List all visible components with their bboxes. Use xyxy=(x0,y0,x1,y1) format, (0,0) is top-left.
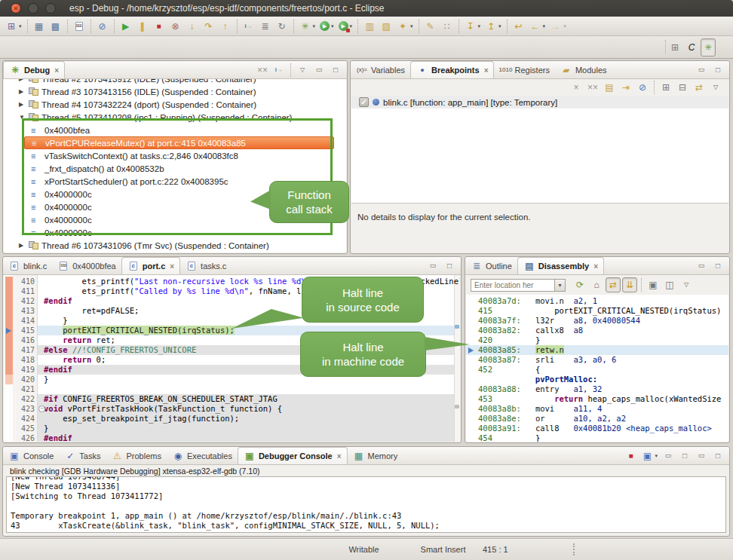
skip-all-breakpoints-button[interactable]: ⊘ xyxy=(95,18,110,35)
debug-as-button[interactable]: ✳▾ xyxy=(298,18,317,35)
tab-problems[interactable]: ⚠Problems xyxy=(106,447,166,464)
step-return-button[interactable]: ↑ xyxy=(218,18,233,35)
remove-all-button[interactable]: ×× xyxy=(585,79,600,96)
back-button[interactable]: ←▾ xyxy=(528,18,547,35)
disasm-line[interactable]: 40083a85: retw.n xyxy=(466,345,728,355)
disasm-line[interactable]: pvPortMalloc: xyxy=(466,375,728,384)
follow-pc-button[interactable]: ⇊ xyxy=(622,277,637,292)
line-number[interactable]: 424 xyxy=(15,414,38,424)
terminate-red-button[interactable]: ■ xyxy=(623,448,638,464)
disasm-line[interactable]: 40083a8e: or a10, a2, a2 xyxy=(466,414,728,424)
line-number[interactable]: 416 xyxy=(15,335,38,345)
expand-arrow-icon[interactable]: ▶ xyxy=(19,101,29,108)
debug-thread-row[interactable]: ▶Thread #3 1073413156 (IDLE) (Suspended … xyxy=(4,85,346,98)
new-wizard-dropdown-icon[interactable]: ▾ xyxy=(19,23,22,29)
code-line[interactable]: 416 return ret; xyxy=(4,335,454,345)
window-close-button[interactable]: × xyxy=(11,3,21,14)
back-dropdown-icon[interactable]: ▾ xyxy=(543,23,546,29)
instruction-stepping-button[interactable]: i→ xyxy=(241,18,256,35)
minimize-button[interactable]: ▭ xyxy=(694,448,709,464)
mark-occurrences-button[interactable]: ✎ xyxy=(423,18,438,35)
code-line[interactable]: 415 portEXIT_CRITICAL_NESTED(irqStatus); xyxy=(4,326,454,335)
line-number[interactable]: 418 xyxy=(15,355,38,365)
use-step-filters-button[interactable]: ≣ xyxy=(258,18,273,35)
open-perspective-button[interactable]: ⊞ xyxy=(667,38,682,57)
location-input[interactable]: Enter location her xyxy=(471,279,555,292)
tab-memory[interactable]: ▦Memory xyxy=(348,447,403,464)
disasm-line[interactable]: 40083a7f: l32r a8, 0x40080544 xyxy=(466,316,728,326)
new-wizard-button[interactable]: ⊞▾ xyxy=(4,18,23,35)
open-new-view-button[interactable]: ▣ xyxy=(646,277,661,292)
expand-arrow-icon[interactable]: ▶ xyxy=(19,242,29,249)
code-line[interactable]: 422#if CONFIG_FREERTOS_BREAK_ON_SCHEDULE… xyxy=(4,394,454,404)
code-line[interactable]: 412#endif xyxy=(4,296,454,306)
code-line[interactable]: 414 } xyxy=(4,316,454,326)
new-project-button[interactable]: ▥ xyxy=(362,18,377,35)
source-editor[interactable]: 410 ets_printf("Last non-recursive lock … xyxy=(4,275,460,442)
disasm-line[interactable]: 40083a8b: movi a11, 4 xyxy=(466,404,728,414)
line-number[interactable]: 415 xyxy=(15,326,38,335)
tab-disassembly[interactable]: ▤Disassembly× xyxy=(517,257,604,274)
remove-all-terminated-button[interactable]: ×× xyxy=(255,63,270,78)
code-line[interactable]: 421 xyxy=(4,384,454,394)
debug-thread-row[interactable]: ▶Thread #2 1073413912 (IDLE) (Suspended … xyxy=(4,79,346,85)
save-all-button[interactable]: ▩ xyxy=(48,18,63,35)
resume-button[interactable]: ▶ xyxy=(118,18,133,35)
tab-blink-c[interactable]: cblink.c xyxy=(3,257,52,274)
line-number[interactable]: 421 xyxy=(15,384,38,394)
maximize-button[interactable]: □ xyxy=(710,63,725,78)
minimize-button[interactable]: ▭ xyxy=(661,448,676,464)
tab-outline[interactable]: ≣Outline xyxy=(465,257,517,274)
code-line[interactable]: 410 ets_printf("Last non-recursive lock … xyxy=(4,277,454,286)
home-button[interactable]: ⌂ xyxy=(589,277,604,292)
maximize-button[interactable]: □ xyxy=(677,448,692,464)
last-edit-location-button[interactable]: ↩ xyxy=(511,18,526,35)
disasm-line[interactable]: 453 return heap_caps_malloc(xWantedSize xyxy=(466,394,728,404)
maximize-button[interactable]: □ xyxy=(710,259,725,274)
line-number[interactable]: 419 xyxy=(15,365,38,375)
external-tools-dropdown-icon[interactable]: ▾ xyxy=(350,23,353,29)
expand-arrow-icon[interactable]: ▶ xyxy=(19,79,29,82)
tab-0x4000bfea[interactable]: 0100x4000bfea xyxy=(52,257,121,274)
code-line[interactable]: 411 ets_printf("Called by %s line %d\n",… xyxy=(4,286,454,296)
disasm-line[interactable]: 40083a7d: movi.n a2, 1 xyxy=(466,296,728,306)
tab-modules[interactable]: ▰Modules xyxy=(555,61,612,78)
location-dropdown-icon[interactable]: ▼ xyxy=(555,279,566,292)
run-as-button[interactable]: ▶▾ xyxy=(318,18,336,35)
display-console-button[interactable]: ▣▾ xyxy=(639,448,659,464)
stack-frame-row[interactable]: ≡vPortCPUReleaseMutex() at port.c:415 0x… xyxy=(24,136,334,149)
breakpoint-row[interactable]: ✓ blink.c [function: app_main] [type: Te… xyxy=(351,96,728,109)
code-line[interactable]: 417#else //!CONFIG_FREERTOS_UNICORE xyxy=(4,345,454,355)
skip-all-breakpoints-button[interactable]: ⊘ xyxy=(635,79,650,96)
stack-frame-row[interactable]: ≡xPortStartScheduler() at port.c:222 0x4… xyxy=(4,175,346,188)
code-line[interactable]: 423void vPortFirstTaskHook(TaskFunction_… xyxy=(4,404,454,414)
next-annotation-dropdown-icon[interactable]: ▾ xyxy=(478,23,481,29)
minimize-button[interactable]: ▭ xyxy=(311,63,327,78)
disasm-line[interactable]: 40083a87: srli a3, a0, 6 xyxy=(466,355,728,365)
stack-frame-row[interactable]: ≡0x4000bfea xyxy=(4,124,346,136)
code-line[interactable]: 420} xyxy=(4,375,454,384)
close-tab-icon[interactable]: × xyxy=(484,66,489,75)
stack-frame-row[interactable]: ≡0x4000000c xyxy=(4,188,346,200)
line-number[interactable]: 412 xyxy=(15,296,38,306)
refresh-button[interactable]: ⟳ xyxy=(572,277,587,292)
instruction-stepping-button[interactable]: i→ xyxy=(271,63,287,78)
maximize-button[interactable]: □ xyxy=(710,448,725,464)
code-line[interactable]: 426#endif xyxy=(4,433,454,442)
code-line[interactable]: 425} xyxy=(4,424,454,433)
previous-annotation-button[interactable]: ↥▾ xyxy=(483,18,503,35)
line-number[interactable]: 413 xyxy=(15,306,38,316)
tab-debug[interactable]: ✳ Debug × xyxy=(3,61,65,78)
line-number[interactable]: 414 xyxy=(15,316,38,326)
window-maximize-button[interactable] xyxy=(45,3,56,14)
disasm-line[interactable]: 415 portEXIT_CRITICAL_NESTED(irqStatus) xyxy=(466,306,728,316)
disasm-line[interactable]: 420 } xyxy=(466,335,728,345)
remove-button[interactable]: × xyxy=(569,79,584,96)
forward-dropdown-icon[interactable]: ▾ xyxy=(563,23,566,29)
link-with-debug-button[interactable]: ⇄ xyxy=(692,79,707,96)
close-tab-icon[interactable]: × xyxy=(54,66,59,75)
code-line[interactable]: 413 ret=pdFALSE; xyxy=(4,306,454,316)
show-breakpoints-button[interactable]: ▤ xyxy=(602,79,617,96)
window-minimize-button[interactable] xyxy=(28,3,38,14)
next-annotation-button[interactable]: ↧▾ xyxy=(463,18,483,35)
